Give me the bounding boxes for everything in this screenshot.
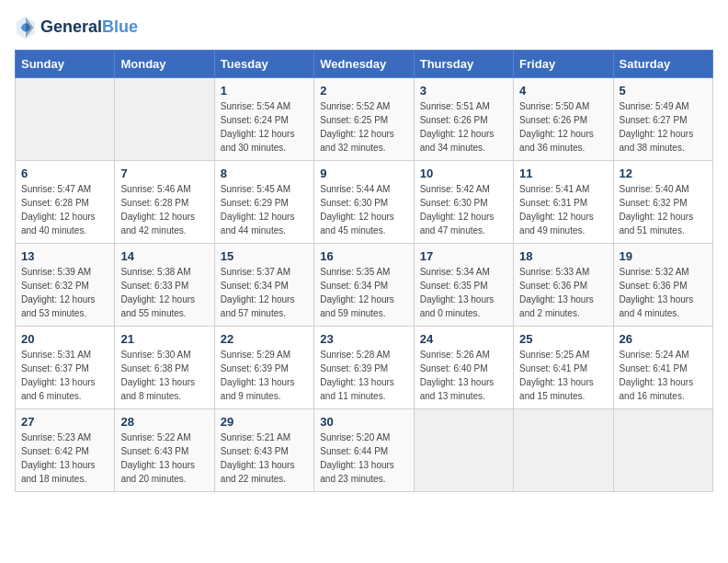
logo-icon <box>15 15 37 40</box>
day-number: 29 <box>221 415 308 429</box>
day-info: Sunrise: 5:42 AMSunset: 6:30 PMDaylight:… <box>420 184 495 236</box>
calendar-cell: 27 Sunrise: 5:23 AMSunset: 6:42 PMDaylig… <box>16 409 115 492</box>
calendar-cell: 3 Sunrise: 5:51 AMSunset: 6:26 PMDayligh… <box>414 78 513 161</box>
day-info: Sunrise: 5:21 AMSunset: 6:43 PMDaylight:… <box>221 432 295 484</box>
day-info: Sunrise: 5:33 AMSunset: 6:36 PMDaylight:… <box>519 267 594 318</box>
day-info: Sunrise: 5:24 AMSunset: 6:41 PMDaylight:… <box>620 350 694 401</box>
weekday-header: Tuesday <box>214 51 313 78</box>
day-number: 9 <box>320 167 407 180</box>
calendar-week: 20 Sunrise: 5:31 AMSunset: 6:37 PMDaylig… <box>16 327 713 409</box>
calendar-week: 6 Sunrise: 5:47 AMSunset: 6:28 PMDayligh… <box>16 161 713 244</box>
calendar-cell: 14 Sunrise: 5:38 AMSunset: 6:33 PMDaylig… <box>115 244 214 327</box>
calendar-cell: 6 Sunrise: 5:47 AMSunset: 6:28 PMDayligh… <box>16 161 115 244</box>
day-number: 19 <box>620 249 707 263</box>
calendar-table: SundayMondayTuesdayWednesdayThursdayFrid… <box>15 50 713 492</box>
day-number: 4 <box>519 84 607 98</box>
weekday-header: Friday <box>514 51 613 78</box>
calendar-cell: 13 Sunrise: 5:39 AMSunset: 6:32 PMDaylig… <box>16 244 115 327</box>
day-info: Sunrise: 5:35 AMSunset: 6:34 PMDaylight:… <box>320 267 394 318</box>
calendar-cell: 21 Sunrise: 5:30 AMSunset: 6:38 PMDaylig… <box>115 327 214 409</box>
day-number: 14 <box>120 249 208 263</box>
calendar-header: SundayMondayTuesdayWednesdayThursdayFrid… <box>16 51 713 78</box>
weekday-header: Saturday <box>613 51 712 78</box>
calendar-cell: 15 Sunrise: 5:37 AMSunset: 6:34 PMDaylig… <box>214 244 313 327</box>
calendar-cell: 20 Sunrise: 5:31 AMSunset: 6:37 PMDaylig… <box>16 327 115 409</box>
day-number: 21 <box>120 332 208 346</box>
day-number: 5 <box>620 84 707 98</box>
day-info: Sunrise: 5:52 AMSunset: 6:25 PMDaylight:… <box>320 101 394 153</box>
day-info: Sunrise: 5:38 AMSunset: 6:33 PMDaylight:… <box>120 267 195 318</box>
day-number: 6 <box>21 167 108 180</box>
calendar-cell: 16 Sunrise: 5:35 AMSunset: 6:34 PMDaylig… <box>314 244 414 327</box>
day-number: 17 <box>420 249 507 263</box>
calendar-cell <box>613 409 712 492</box>
weekday-header: Thursday <box>414 51 513 78</box>
calendar-cell: 30 Sunrise: 5:20 AMSunset: 6:44 PMDaylig… <box>314 409 414 492</box>
day-number: 22 <box>221 332 308 346</box>
calendar-cell: 23 Sunrise: 5:28 AMSunset: 6:39 PMDaylig… <box>314 327 414 409</box>
day-number: 27 <box>21 415 108 429</box>
calendar-cell: 8 Sunrise: 5:45 AMSunset: 6:29 PMDayligh… <box>214 161 313 244</box>
day-info: Sunrise: 5:26 AMSunset: 6:40 PMDaylight:… <box>420 350 495 401</box>
day-info: Sunrise: 5:22 AMSunset: 6:43 PMDaylight:… <box>120 432 195 484</box>
day-info: Sunrise: 5:28 AMSunset: 6:39 PMDaylight:… <box>320 350 394 401</box>
day-info: Sunrise: 5:40 AMSunset: 6:32 PMDaylight:… <box>620 184 694 236</box>
calendar-cell <box>115 78 214 161</box>
calendar-cell: 11 Sunrise: 5:41 AMSunset: 6:31 PMDaylig… <box>514 161 613 244</box>
calendar-cell: 4 Sunrise: 5:50 AMSunset: 6:26 PMDayligh… <box>514 78 613 161</box>
day-number: 3 <box>420 84 507 98</box>
calendar-cell: 17 Sunrise: 5:34 AMSunset: 6:35 PMDaylig… <box>414 244 513 327</box>
logo: GeneralBlue <box>15 15 138 40</box>
day-number: 11 <box>519 167 607 180</box>
day-info: Sunrise: 5:46 AMSunset: 6:28 PMDaylight:… <box>120 184 195 236</box>
day-info: Sunrise: 5:20 AMSunset: 6:44 PMDaylight:… <box>320 432 394 484</box>
day-number: 18 <box>519 249 607 263</box>
page-header: GeneralBlue <box>15 15 713 40</box>
day-number: 10 <box>420 167 507 180</box>
calendar-cell: 26 Sunrise: 5:24 AMSunset: 6:41 PMDaylig… <box>613 327 712 409</box>
day-number: 25 <box>519 332 607 346</box>
calendar-cell: 9 Sunrise: 5:44 AMSunset: 6:30 PMDayligh… <box>314 161 414 244</box>
day-number: 23 <box>320 332 407 346</box>
weekday-header: Sunday <box>16 51 115 78</box>
day-number: 15 <box>221 249 308 263</box>
calendar-cell: 29 Sunrise: 5:21 AMSunset: 6:43 PMDaylig… <box>214 409 313 492</box>
day-number: 30 <box>320 415 407 429</box>
day-number: 13 <box>21 249 108 263</box>
day-info: Sunrise: 5:44 AMSunset: 6:30 PMDaylight:… <box>320 184 394 236</box>
calendar-week: 13 Sunrise: 5:39 AMSunset: 6:32 PMDaylig… <box>16 244 713 327</box>
day-info: Sunrise: 5:23 AMSunset: 6:42 PMDaylight:… <box>21 432 96 484</box>
day-number: 8 <box>221 167 308 180</box>
day-number: 1 <box>221 84 308 98</box>
day-number: 20 <box>21 332 108 346</box>
calendar-week: 1 Sunrise: 5:54 AMSunset: 6:24 PMDayligh… <box>16 78 713 161</box>
day-info: Sunrise: 5:54 AMSunset: 6:24 PMDaylight:… <box>221 101 295 153</box>
day-number: 7 <box>120 167 208 180</box>
day-info: Sunrise: 5:51 AMSunset: 6:26 PMDaylight:… <box>420 101 495 153</box>
calendar-cell: 22 Sunrise: 5:29 AMSunset: 6:39 PMDaylig… <box>214 327 313 409</box>
day-info: Sunrise: 5:47 AMSunset: 6:28 PMDaylight:… <box>21 184 96 236</box>
calendar-cell: 1 Sunrise: 5:54 AMSunset: 6:24 PMDayligh… <box>214 78 313 161</box>
calendar-cell <box>16 78 115 161</box>
day-info: Sunrise: 5:25 AMSunset: 6:41 PMDaylight:… <box>519 350 594 401</box>
day-info: Sunrise: 5:41 AMSunset: 6:31 PMDaylight:… <box>519 184 594 236</box>
calendar-cell: 28 Sunrise: 5:22 AMSunset: 6:43 PMDaylig… <box>115 409 214 492</box>
day-info: Sunrise: 5:45 AMSunset: 6:29 PMDaylight:… <box>221 184 295 236</box>
calendar-cell: 7 Sunrise: 5:46 AMSunset: 6:28 PMDayligh… <box>115 161 214 244</box>
weekday-header: Monday <box>115 51 214 78</box>
calendar-cell <box>514 409 613 492</box>
calendar-cell <box>414 409 513 492</box>
day-info: Sunrise: 5:37 AMSunset: 6:34 PMDaylight:… <box>221 267 295 318</box>
day-info: Sunrise: 5:29 AMSunset: 6:39 PMDaylight:… <box>221 350 295 401</box>
day-number: 2 <box>320 84 407 98</box>
calendar-cell: 12 Sunrise: 5:40 AMSunset: 6:32 PMDaylig… <box>613 161 712 244</box>
weekday-header: Wednesday <box>314 51 414 78</box>
calendar-cell: 10 Sunrise: 5:42 AMSunset: 6:30 PMDaylig… <box>414 161 513 244</box>
day-number: 26 <box>620 332 707 346</box>
day-number: 24 <box>420 332 507 346</box>
day-number: 28 <box>120 415 208 429</box>
day-info: Sunrise: 5:50 AMSunset: 6:26 PMDaylight:… <box>519 101 594 153</box>
calendar-cell: 25 Sunrise: 5:25 AMSunset: 6:41 PMDaylig… <box>514 327 613 409</box>
day-info: Sunrise: 5:49 AMSunset: 6:27 PMDaylight:… <box>620 101 694 153</box>
day-info: Sunrise: 5:31 AMSunset: 6:37 PMDaylight:… <box>21 350 96 401</box>
